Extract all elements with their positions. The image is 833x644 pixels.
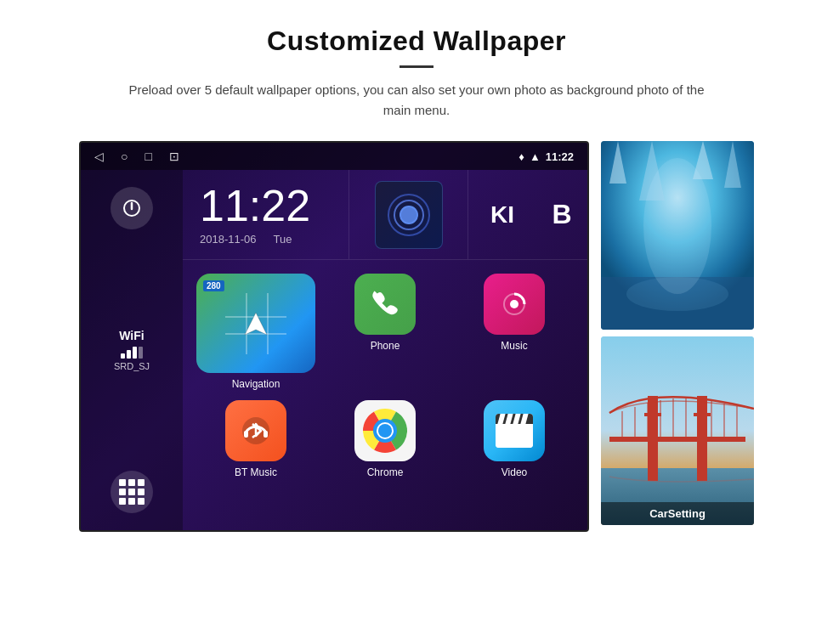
app-item-phone[interactable]: Phone [326, 274, 445, 390]
b-text: B [552, 199, 571, 230]
main-content: 11:22 2018-11-06 Tue [183, 170, 587, 530]
chrome-icon [354, 400, 416, 461]
clock-date: 2018-11-06 Tue [200, 233, 332, 246]
svg-point-15 [378, 424, 392, 438]
phone-label: Phone [371, 340, 400, 352]
wallpapers-panel: CarSetting [601, 141, 754, 525]
nav-badge: 280 [203, 280, 224, 291]
music-label: Music [501, 340, 527, 352]
status-time: 11:22 [546, 150, 574, 163]
page-subtitle: Preload over 5 default wallpaper options… [119, 80, 714, 121]
recent-button[interactable]: □ [144, 150, 151, 163]
apps-button[interactable] [110, 471, 153, 513]
screen-content: WiFi SRD_SJ [81, 170, 587, 530]
app-item-chrome[interactable]: Chrome [326, 400, 445, 517]
svg-rect-40 [694, 413, 711, 416]
media-icon-box [375, 181, 443, 249]
status-right: ♦ ▲ 11:22 [518, 150, 574, 163]
svg-marker-6 [245, 313, 267, 335]
wifi-bar-1 [121, 353, 125, 359]
svg-rect-39 [644, 413, 661, 416]
chrome-label: Chrome [367, 466, 404, 478]
power-button[interactable] [110, 187, 153, 229]
music-icon [484, 274, 545, 335]
app-item-video[interactable]: Video [455, 400, 574, 517]
svg-rect-11 [264, 431, 268, 438]
wifi-bar-4 [139, 347, 143, 359]
wifi-bar-2 [127, 350, 131, 359]
wifi-status-icon: ▲ [530, 150, 541, 163]
sidebar: WiFi SRD_SJ [81, 170, 183, 530]
device-area: ◁ ○ □ ⊡ ♦ ▲ 11:22 [51, 141, 782, 532]
wifi-bars [114, 345, 150, 359]
clock-day-value: Tue [274, 233, 292, 246]
apps-grid-icon [119, 479, 144, 505]
wifi-section: WiFi SRD_SJ [114, 329, 150, 371]
app-item-navigation[interactable]: 280 Navigation [196, 274, 315, 390]
app-grid: 280 Navigation [183, 260, 587, 530]
navigation-icon: 280 [196, 274, 315, 373]
ki-text: KI [490, 201, 514, 229]
location-icon: ♦ [518, 150, 524, 163]
wallpaper-ice[interactable] [601, 141, 754, 330]
clapboard-icon [496, 414, 533, 448]
wifi-ssid: SRD_SJ [114, 361, 150, 371]
wallpaper-bridge[interactable]: CarSetting [601, 336, 754, 525]
nav-buttons: ◁ ○ □ ⊡ [94, 150, 179, 163]
svg-rect-10 [244, 431, 248, 438]
status-bar: ◁ ○ □ ⊡ ♦ ▲ 11:22 [81, 143, 587, 170]
app-item-music[interactable]: Music [455, 274, 574, 390]
carsetting-label: CarSetting [601, 502, 754, 525]
b-section: B [536, 170, 587, 259]
app-item-btmusic[interactable]: BT Music [196, 400, 315, 517]
media-section [349, 170, 468, 259]
ki-section: KI [468, 170, 536, 259]
clock-time: 11:22 [200, 184, 332, 228]
home-button[interactable]: ○ [121, 150, 128, 163]
signal-rings-icon [388, 194, 430, 236]
video-icon [484, 400, 545, 461]
phone-icon [354, 274, 416, 335]
camera-button[interactable]: ⊡ [169, 150, 179, 163]
wifi-label: WiFi [114, 329, 150, 342]
svg-point-23 [643, 158, 711, 294]
title-divider [400, 65, 434, 68]
back-button[interactable]: ◁ [94, 150, 104, 163]
clock-row: 11:22 2018-11-06 Tue [183, 170, 587, 260]
btmusic-label: BT Music [235, 466, 277, 478]
svg-point-8 [510, 300, 518, 308]
wifi-bar-3 [133, 347, 137, 359]
svg-rect-38 [609, 437, 745, 442]
navigation-label: Navigation [232, 378, 280, 390]
clock-section: 11:22 2018-11-06 Tue [183, 170, 349, 259]
page-title: Customized Wallpaper [51, 25, 782, 57]
clock-date-value: 2018-11-06 [200, 233, 257, 246]
btmusic-icon [225, 400, 286, 461]
video-label: Video [502, 466, 527, 478]
android-screen: ◁ ○ □ ⊡ ♦ ▲ 11:22 [79, 141, 589, 532]
